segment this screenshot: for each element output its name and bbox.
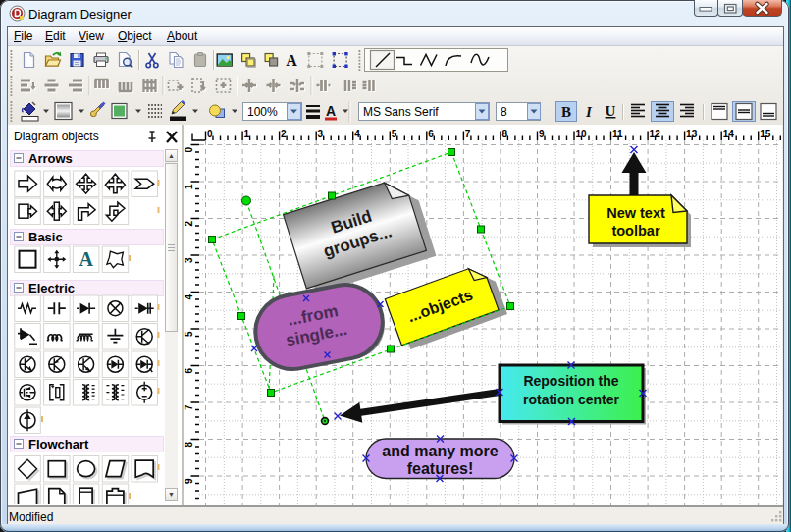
svg-text:11: 11 [612, 129, 623, 139]
svg-text:7: 7 [465, 129, 471, 139]
svg-text:9: 9 [539, 129, 545, 139]
svg-text:6: 6 [428, 129, 434, 139]
svg-text:13: 13 [686, 129, 698, 139]
svg-text:Electric: Electric [28, 281, 75, 295]
svg-text:and many more: and many more [382, 443, 498, 459]
svg-text:3: 3 [184, 257, 194, 263]
svg-text:6: 6 [184, 368, 194, 374]
svg-text:7: 7 [184, 404, 194, 410]
svg-text:rotation center: rotation center [523, 392, 620, 407]
svg-text:1: 1 [184, 184, 194, 189]
svg-text:14: 14 [723, 129, 735, 139]
svg-text:15: 15 [760, 129, 771, 139]
svg-text:5: 5 [392, 129, 397, 139]
svg-text:8: 8 [501, 129, 507, 139]
svg-text:toolbar: toolbar [611, 223, 659, 239]
svg-text:B: B [561, 104, 571, 120]
svg-text:4: 4 [354, 129, 360, 139]
svg-text:3: 3 [318, 129, 324, 139]
svg-text:12: 12 [650, 129, 661, 139]
svg-text:9: 9 [184, 478, 194, 484]
svg-text:100%: 100% [247, 105, 278, 119]
svg-text:Basic: Basic [28, 230, 63, 244]
svg-text:1: 1 [244, 129, 250, 139]
svg-text:features!: features! [407, 460, 474, 477]
svg-text:2: 2 [281, 129, 287, 139]
svg-text:Arrows: Arrows [28, 151, 73, 166]
svg-text:A: A [326, 103, 336, 119]
svg-text:A: A [286, 52, 297, 69]
svg-text:A: A [79, 248, 93, 270]
svg-text:Flowchart: Flowchart [28, 437, 89, 452]
svg-text:4: 4 [184, 294, 194, 300]
svg-text:Reposition the: Reposition the [523, 373, 618, 389]
svg-text:0: 0 [207, 129, 213, 139]
svg-text:I: I [585, 104, 593, 120]
svg-text:10: 10 [576, 129, 588, 139]
svg-text:5: 5 [184, 331, 194, 337]
svg-text:MS Sans Serif: MS Sans Serif [363, 105, 439, 119]
svg-text:New text: New text [606, 205, 665, 221]
svg-text:U: U [606, 103, 616, 119]
svg-text:8: 8 [184, 442, 194, 448]
svg-text:2: 2 [184, 221, 194, 227]
svg-text:8: 8 [501, 105, 507, 119]
svg-text:0: 0 [184, 147, 194, 153]
